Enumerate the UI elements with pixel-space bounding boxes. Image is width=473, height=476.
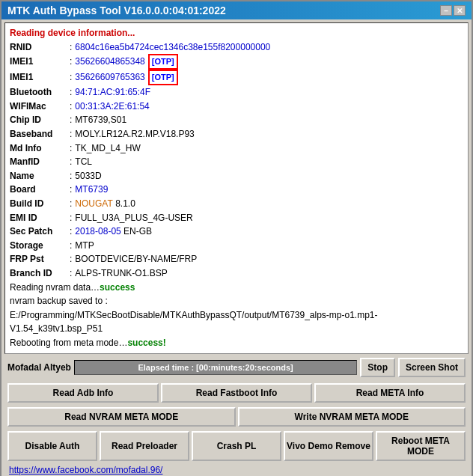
baseband-label: Baseband (10, 127, 70, 141)
mdinfo-row: Md Info : TK_MD_L4_HW (10, 141, 463, 156)
manfid-row: ManfID : TCL (10, 155, 463, 169)
nvram-path-value: E:/Programming/MTKSecBootDisable/MTKAuth… (10, 308, 463, 336)
progress-bar-container: Elapsed time : [00:minutes:20:seconds] (74, 360, 357, 375)
branch-label: Branch ID (10, 266, 70, 281)
storage-value: MTP (75, 239, 94, 253)
board-row: Board : MT6739 (10, 183, 463, 197)
main-content: Reading device information... RNID : 680… (1, 19, 472, 476)
otp-badge-2: [OTP] (148, 70, 178, 85)
status-bar: Mofadal Altyeb Elapsed time : [00:minute… (4, 354, 469, 381)
bt-row: Bluetooth : 94:71:AC:91:65:4F (10, 85, 463, 100)
imei1-val1: 35626604865348 (75, 55, 144, 69)
write-nvram-meta-button[interactable]: Write NVRAM META MODE (238, 407, 466, 427)
board-value: MT6739 (75, 183, 108, 197)
imei1-label-2: IMEI1 (10, 70, 70, 85)
baseband-row: Baseband : MOLY.LR12A.R2.MP.V18.P93 (10, 127, 463, 141)
reboot-row: Rebooting from meta mode…success! (10, 336, 463, 350)
secpatch-val1: 2018-08-05 (75, 225, 120, 239)
branch-row: Branch ID : ALPS-TRUNK-O1.BSP (10, 266, 463, 281)
nvram-path-row: E:/Programming/MTKSecBootDisable/MTKAuth… (10, 308, 463, 336)
mdinfo-value: TK_MD_L4_HW (75, 141, 140, 156)
buildid-val2: 8.1.0 (113, 197, 135, 211)
wifi-row: WIFIMac : 00:31:3A:2E:61:54 (10, 100, 463, 114)
bt-value: 94:71:AC:91:65:4F (75, 85, 150, 100)
otp-badge-1: [OTP] (148, 54, 178, 70)
window-title: MTK Auth Bypass Tool V16.0.0.0:04:01:202… (7, 4, 226, 16)
nvram-backup-text: nvram backup saved to : (10, 294, 108, 308)
frppst-row: FRP Pst : BOOTDEVICE/BY-NAME/FRP (10, 252, 463, 266)
name-row: Name : 5033D (10, 169, 463, 183)
rnid-row: RNID : 6804c16ea5b4724cec1346c38e155f820… (10, 40, 463, 55)
frppst-value: BOOTDEVICE/BY-NAME/FRP (75, 252, 197, 266)
frppst-label: FRP Pst (10, 252, 70, 266)
reboot-meta-button[interactable]: Reboot META MODE (376, 431, 466, 461)
storage-row: Storage : MTP (10, 239, 463, 253)
crash-pl-button[interactable]: Crash PL (192, 431, 281, 461)
secpatch-label: Sec Patch (10, 225, 70, 239)
bt-label: Bluetooth (10, 85, 70, 100)
manfid-value: TCL (75, 155, 92, 169)
button-row-2: Read NVRAM META MODE Write NVRAM META MO… (4, 405, 469, 429)
title-bar-buttons: – ✕ (440, 5, 466, 16)
log-area: Reading device information... RNID : 680… (4, 22, 469, 354)
stop-button[interactable]: Stop (360, 358, 395, 377)
secpatch-val2: EN-GB (121, 225, 152, 239)
mdinfo-label: Md Info (10, 141, 70, 156)
read-adb-button[interactable]: Read Adb Info (7, 383, 159, 403)
reboot-success: success! (127, 336, 165, 350)
branch-value: ALPS-TRUNK-O1.BSP (75, 266, 167, 281)
screenshot-button[interactable]: Screen Shot (398, 358, 466, 377)
imei1-row1: IMEI1 : 35626604865348 [OTP] (10, 54, 463, 70)
nvram-backup-row: nvram backup saved to : (10, 294, 463, 308)
rnid-value: 6804c16ea5b4724cec1346c38e155f8200000000 (75, 40, 270, 55)
progress-text: Elapsed time : [00:minutes:20:seconds] (138, 363, 293, 372)
main-window: MTK Auth Bypass Tool V16.0.0.0:04:01:202… (0, 0, 473, 476)
disable-auth-button[interactable]: Disable Auth (7, 431, 97, 461)
imei1-label-1: IMEI1 (10, 55, 70, 69)
secpatch-row: Sec Patch : 2018-08-05 EN-GB (10, 225, 463, 239)
close-button[interactable]: ✕ (454, 5, 466, 16)
name-label: Name (10, 169, 70, 183)
manfid-label: ManfID (10, 155, 70, 169)
name-value: 5033D (75, 169, 101, 183)
read-preloader-button[interactable]: Read Preloader (100, 431, 189, 461)
nvram-read-text: Reading nvram data… (10, 281, 100, 295)
buildid-label: Build ID (10, 197, 70, 211)
buildid-row: Build ID : NOUGAT 8.1.0 (10, 197, 463, 211)
nvram-read-row: Reading nvram data…success (10, 281, 463, 295)
imei1-row2: IMEI1 : 35626609765363 [OTP] (10, 70, 463, 85)
status-label: Mofadal Altyeb (7, 362, 71, 373)
emiid-value: FULL_U3A_PLUS_4G-USER (75, 211, 192, 225)
title-bar: MTK Auth Bypass Tool V16.0.0.0:04:01:202… (1, 1, 472, 19)
wifi-label: WIFIMac (10, 100, 70, 114)
read-nvram-meta-button[interactable]: Read NVRAM META MODE (7, 407, 236, 427)
emiid-row: EMI ID : FULL_U3A_PLUS_4G-USER (10, 211, 463, 225)
nvram-read-success: success (100, 281, 135, 295)
reading-status: Reading device information... (10, 26, 463, 40)
minimize-button[interactable]: – (440, 5, 452, 16)
rnid-label: RNID (10, 40, 70, 55)
buildid-val1: NOUGAT (75, 197, 112, 211)
read-fastboot-button[interactable]: Read Fastboot Info (161, 383, 312, 403)
chipid-value: MT6739,S01 (75, 113, 126, 127)
button-row-1: Read Adb Info Read Fastboot Info Read ME… (4, 381, 469, 405)
emiid-label: EMI ID (10, 211, 70, 225)
button-row-3: Disable Auth Read Preloader Crash PL Viv… (4, 429, 469, 463)
read-meta-button[interactable]: Read META Info (314, 383, 466, 403)
chipid-row: Chip ID : MT6739,S01 (10, 113, 463, 127)
storage-label: Storage (10, 239, 70, 253)
chipid-label: Chip ID (10, 113, 70, 127)
wifi-value: 00:31:3A:2E:61:54 (75, 100, 149, 114)
reboot-text: Rebooting from meta mode… (10, 336, 127, 350)
baseband-value: MOLY.LR12A.R2.MP.V18.P93 (75, 127, 194, 141)
footer-link[interactable]: https://www.facebook.com/mofadal.96/ (4, 463, 469, 476)
board-label: Board (10, 183, 70, 197)
vivo-demo-button[interactable]: Vivo Demo Remove (284, 431, 373, 461)
imei1-val2: 35626609765363 (75, 70, 144, 85)
